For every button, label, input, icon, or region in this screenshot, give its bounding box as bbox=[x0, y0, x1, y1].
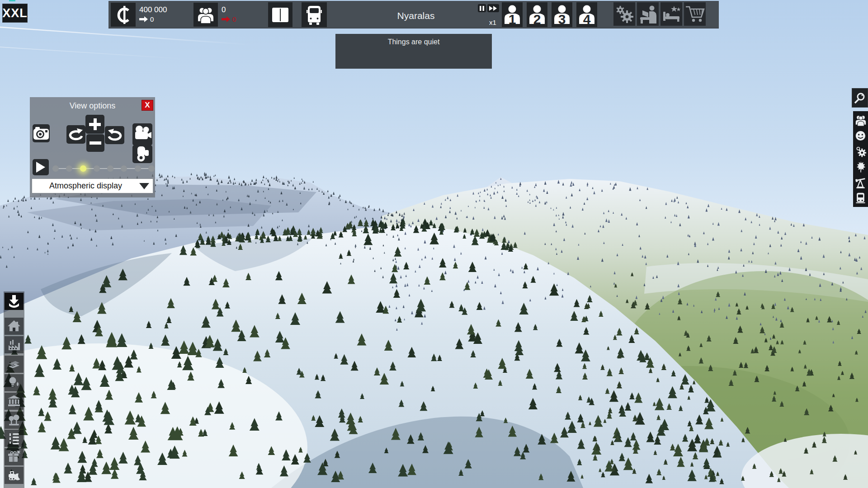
gear-icon bbox=[855, 145, 867, 157]
toolbar-item-decorations[interactable] bbox=[5, 448, 24, 465]
slider-step-3[interactable] bbox=[80, 165, 86, 172]
population-readout: 0 0 bbox=[222, 6, 236, 23]
park-trees-icon bbox=[7, 413, 21, 427]
contrail bbox=[0, 27, 251, 45]
satisfaction-view-button[interactable] bbox=[854, 129, 867, 142]
view-options-panel: View options X bbox=[30, 97, 155, 197]
hotel-bed-icon bbox=[662, 5, 681, 23]
toolbar-item-download[interactable] bbox=[5, 293, 24, 310]
toolbar-item-demolish[interactable] bbox=[5, 467, 24, 484]
population-button[interactable] bbox=[193, 3, 218, 27]
photo-camera-button[interactable] bbox=[33, 124, 50, 142]
split-panel-button[interactable] bbox=[268, 2, 292, 27]
gift-icon bbox=[7, 450, 21, 464]
factory-icon bbox=[7, 338, 21, 352]
play-button[interactable] bbox=[33, 159, 49, 175]
close-button[interactable]: X bbox=[142, 100, 153, 111]
agent-button-1[interactable]: 1 bbox=[502, 2, 523, 27]
environment-view-button[interactable] bbox=[854, 160, 867, 173]
fast-forward-button[interactable] bbox=[487, 4, 499, 12]
plus-icon bbox=[89, 118, 101, 130]
toolbar-item-residential[interactable] bbox=[5, 318, 24, 335]
play-icon bbox=[36, 162, 45, 173]
money-delta: 0 bbox=[139, 15, 167, 23]
notification-text: Things are quiet bbox=[388, 38, 440, 46]
game-options-button[interactable] bbox=[613, 2, 635, 26]
population-value: 0 bbox=[222, 6, 236, 14]
toolbar-item-leisure[interactable] bbox=[5, 412, 24, 429]
zoom-in-button[interactable] bbox=[85, 115, 104, 134]
agent-button-4[interactable]: 4 bbox=[576, 2, 597, 27]
toolbar-item-roads[interactable] bbox=[5, 430, 24, 447]
dropdown-arrow-icon bbox=[139, 183, 149, 189]
top-bar: 400 000 0 0 0 bbox=[108, 1, 719, 28]
shopping-cart-icon bbox=[684, 4, 705, 24]
bulldozer-icon bbox=[7, 469, 21, 482]
main-menu-button[interactable]: XXL bbox=[2, 4, 28, 23]
terrain-svg bbox=[0, 0, 868, 488]
production-view-button[interactable] bbox=[854, 145, 867, 158]
population-icon bbox=[197, 6, 214, 23]
bus-icon bbox=[306, 5, 323, 25]
office-worker-button[interactable] bbox=[637, 2, 659, 26]
bus-button[interactable] bbox=[302, 2, 327, 27]
atmospheric-display-dropdown[interactable]: Atmospheric display bbox=[32, 178, 153, 193]
shop-button[interactable] bbox=[684, 2, 706, 26]
hotel-button[interactable] bbox=[660, 2, 682, 26]
toolbar-item-offices[interactable] bbox=[5, 356, 24, 373]
slider-step-1[interactable] bbox=[52, 165, 59, 172]
office-worker-icon bbox=[638, 5, 658, 23]
transport-view-button[interactable] bbox=[854, 192, 867, 204]
toolbar-item-industry[interactable] bbox=[5, 336, 24, 353]
search-button[interactable] bbox=[852, 88, 868, 108]
resources-view-button[interactable] bbox=[854, 176, 867, 189]
panel-title: View options bbox=[30, 101, 155, 111]
population-delta: 0 bbox=[222, 15, 236, 23]
money-delta-arrow-icon bbox=[139, 16, 148, 22]
population-delta-arrow-icon bbox=[222, 16, 231, 22]
video-camera-button[interactable] bbox=[132, 123, 152, 145]
film-camera-icon bbox=[134, 146, 151, 162]
slider-step-6[interactable] bbox=[121, 165, 127, 172]
roads-icon bbox=[7, 432, 21, 445]
rotate-left-icon bbox=[68, 128, 84, 141]
utilities-icon bbox=[7, 376, 21, 389]
maple-leaf-icon bbox=[855, 161, 866, 173]
offices-icon bbox=[7, 357, 21, 371]
photo-camera-icon bbox=[33, 126, 49, 141]
map-viewport[interactable] bbox=[0, 0, 868, 488]
pause-button[interactable] bbox=[478, 4, 486, 12]
toolbar-item-utilities[interactable] bbox=[5, 374, 24, 391]
logo-text: XXL bbox=[2, 6, 28, 20]
slider-step-5[interactable] bbox=[107, 165, 113, 172]
money-button[interactable] bbox=[111, 3, 136, 27]
toolbar-item-civic[interactable] bbox=[5, 393, 24, 410]
slider-step-7[interactable] bbox=[135, 165, 141, 172]
slider-step-2[interactable] bbox=[66, 165, 72, 172]
search-icon bbox=[854, 92, 866, 104]
smiley-icon bbox=[855, 130, 866, 141]
bank-icon bbox=[7, 394, 21, 408]
agent-button-3[interactable]: 3 bbox=[552, 2, 572, 27]
zoom-out-button[interactable] bbox=[86, 134, 104, 152]
fast-forward-icon bbox=[489, 6, 497, 11]
build-toolbar bbox=[4, 291, 24, 488]
currency-icon bbox=[113, 5, 133, 25]
film-camera-button[interactable] bbox=[132, 145, 152, 163]
city-name: Nyaralas bbox=[366, 10, 466, 21]
gears-icon bbox=[615, 5, 634, 23]
rotate-right-button[interactable] bbox=[105, 126, 124, 144]
house-icon bbox=[7, 319, 21, 333]
citizens-view-button[interactable] bbox=[854, 114, 867, 127]
slider-step-8[interactable] bbox=[148, 165, 155, 172]
citizens-icon bbox=[855, 115, 867, 126]
agent-button-2[interactable]: 2 bbox=[527, 2, 547, 27]
contrail bbox=[0, 47, 190, 59]
view-distance-slider[interactable] bbox=[52, 164, 155, 173]
money-value: 400 000 bbox=[139, 6, 167, 14]
rotate-right-icon bbox=[107, 129, 123, 141]
slider-step-4[interactable] bbox=[94, 165, 100, 172]
game-screen: XXL 400 000 0 0 bbox=[0, 0, 868, 488]
rotate-left-button[interactable] bbox=[66, 125, 85, 144]
notification-banner[interactable]: Things are quiet bbox=[335, 34, 492, 69]
